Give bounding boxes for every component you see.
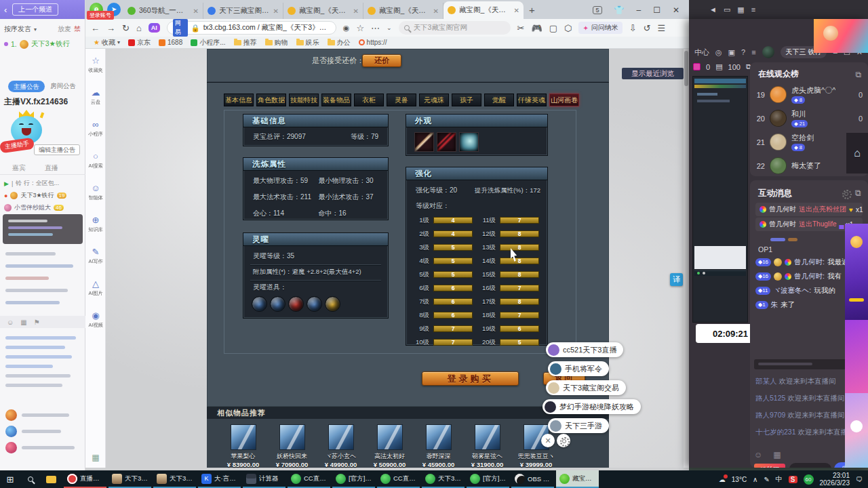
browser-tab[interactable]: 藏宝阁_《天下3》交...✕ (363, 3, 443, 19)
ai-nami-button[interactable]: ✦ 问问纳米 (578, 22, 622, 34)
lingyao-item-icon[interactable] (307, 296, 322, 312)
file-explorer-icon[interactable] (41, 470, 61, 488)
shortcut-chip[interactable]: 梦幻手游秘境降妖攻略 (542, 399, 641, 414)
page-scrollbar[interactable] (684, 49, 689, 468)
appearance-item-icon[interactable] (414, 132, 434, 152)
taskbar-search-icon[interactable] (20, 470, 41, 488)
show-recent-button[interactable]: 显示最近浏览 (622, 68, 684, 79)
sidebar-item-云盘[interactable]: ☁云盘 (85, 87, 106, 106)
page-tab-觉醒[interactable]: 觉醒 (484, 94, 514, 106)
bookmark-item[interactable]: 京东 (125, 38, 153, 47)
gear-icon[interactable] (839, 186, 852, 200)
tab-close-icon[interactable]: ✕ (193, 7, 199, 15)
speaker-icon[interactable]: ◄ (709, 5, 717, 14)
fan-club-badge[interactable]: 粉丝团 (754, 464, 785, 468)
mic-off-button[interactable]: 禁 (74, 24, 81, 34)
home-icon[interactable]: ⌂ (136, 23, 142, 33)
back-icon[interactable]: ‹ (4, 5, 7, 15)
chips-settings-icon[interactable] (557, 434, 570, 447)
sidebar-item-知识库[interactable]: ⊕知识库 (85, 215, 106, 233)
page-tab-基本信息[interactable]: 基本信息 (224, 94, 254, 106)
phone-icon[interactable]: ▭ (724, 5, 730, 14)
page-tab-仟缘英魂[interactable]: 仟缘英魂 (517, 94, 547, 106)
similar-item-card[interactable]: 妖桥快回来¥ 70900.00 (271, 424, 313, 468)
taskbar-item[interactable]: 计算器 (243, 470, 285, 488)
live-center-label[interactable]: 中心 (694, 47, 709, 58)
tab-close-icon[interactable]: ✕ (353, 7, 359, 15)
ai-assistant-icon[interactable]: AI (149, 23, 160, 33)
bookmark-item[interactable]: 1688 (156, 39, 185, 46)
screen-preview[interactable] (692, 76, 748, 323)
shortcut-chip[interactable]: 手机将军令 (548, 361, 609, 376)
room-title-row[interactable]: 铃 行：全区包... (16, 179, 59, 188)
taskbar-item[interactable]: 天下3 [天... (153, 470, 196, 488)
browser-tab[interactable]: 藏宝阁_《天下3》交...✕ (443, 1, 524, 19)
nav-forward-icon[interactable]: → (106, 23, 115, 33)
shortcut-chip[interactable]: 天下三手游 (548, 418, 609, 433)
more-icon[interactable]: ⋯ (371, 23, 380, 33)
chat-input[interactable] (789, 463, 831, 468)
taskbar-item[interactable]: [官方]天下... (467, 470, 509, 488)
minimize-icon[interactable]: – (636, 5, 641, 15)
sidebar-item-智能体[interactable]: ☺智能体 (85, 183, 106, 201)
lingyao-item-icon[interactable] (288, 296, 304, 312)
bookmark-item[interactable]: 推荐 (231, 38, 260, 47)
taskbar-item[interactable]: CC直播 3.2... (288, 470, 330, 488)
message-icon[interactable]: ▣ (728, 48, 735, 57)
login-buy-button[interactable]: 登录购买 (422, 371, 519, 386)
ime-indicator[interactable]: 中 (776, 474, 783, 484)
taskbar-item[interactable]: 藏宝阁_《... (556, 470, 599, 488)
refresh-icon[interactable]: ↻ (122, 23, 130, 33)
weather-icon[interactable]: ☁ (719, 476, 726, 483)
menu-icon[interactable]: ≡ (751, 48, 755, 56)
taskbar-item[interactable]: 直播伴侣 (64, 470, 106, 488)
temperature[interactable]: 13°C (732, 476, 747, 483)
taskbar-item[interactable]: CC直播 3.2... (377, 470, 420, 488)
tab-guest[interactable]: 嘉宾 (12, 163, 26, 173)
eye-icon[interactable]: ◎ (715, 48, 722, 57)
sidebar-more-icon[interactable]: ▦ (85, 453, 106, 462)
bookmark-item[interactable]: 办公 (325, 38, 353, 47)
emoji-icon[interactable]: ☺ (754, 450, 762, 460)
tab-close-icon[interactable]: ✕ (433, 7, 439, 15)
lingyao-item-icon[interactable] (252, 296, 267, 312)
bookmark-item[interactable]: https:// (356, 39, 390, 46)
clock[interactable]: 23:01 2026/3/23 (820, 472, 850, 487)
security-ring-icon[interactable]: 60 (804, 474, 814, 485)
theme-skin-icon[interactable]: 👕 (614, 5, 625, 15)
page-tab-元魂珠[interactable]: 元魂珠 (419, 94, 449, 106)
grid-icon[interactable]: ▦ (737, 5, 744, 14)
window-icon[interactable]: ▢ (549, 23, 557, 33)
similar-item-card[interactable]: 高法太初好¥ 50900.00 (368, 424, 411, 468)
close-icon[interactable]: ✕ (673, 5, 679, 15)
browser-tab[interactable]: 藏宝阁_《天下3》交...✕ (283, 3, 363, 19)
nav-back-icon[interactable]: ← (91, 23, 100, 33)
taskbar-item[interactable]: K大·言不由... (198, 470, 241, 488)
emoji-icon[interactable]: ☺ (7, 319, 14, 326)
chat-toolbar[interactable]: ☺▦⚑ (0, 316, 85, 328)
scissors-icon[interactable]: ✂ (517, 23, 525, 33)
page-tab-技能特技[interactable]: 技能特技 (289, 94, 319, 106)
history-icon[interactable]: ↺ (644, 23, 651, 33)
speak-order-dropdown[interactable]: 按序发言 (4, 24, 31, 34)
lingyao-item-icon[interactable] (270, 296, 285, 312)
page-tab-角色数据[interactable]: 角色数据 (256, 94, 286, 106)
profile-badge[interactable]: 5 (593, 6, 601, 14)
extensions-icon[interactable]: ⬡ (564, 23, 572, 33)
lingyao-item-icon[interactable] (325, 296, 340, 312)
viewer-row[interactable]: 19虎头虎脑^〇^◆ 80 (750, 83, 868, 106)
search-input[interactable]: 天下3藏宝阁官网 (399, 21, 511, 35)
taskbar-item[interactable]: [官方]天下... (332, 470, 375, 488)
tab-close-icon[interactable]: ✕ (514, 7, 519, 14)
collapse-icon[interactable]: ⌄ (387, 24, 392, 31)
page-tab-装备物品[interactable]: 装备物品 (321, 94, 351, 106)
pen-icon[interactable]: ✎ (764, 476, 769, 483)
taskbar-item[interactable]: 天下3 [天... (108, 470, 151, 488)
mic-on-button[interactable]: 放麦 (58, 24, 71, 34)
page-tab-孩子[interactable]: 孩子 (452, 94, 481, 106)
edit-announcement-button[interactable]: 编辑主播公告 (34, 144, 80, 155)
similar-item-card[interactable]: 蓉野深深¥ 45900.00 (417, 424, 460, 468)
sidebar-item-AI写作[interactable]: ✎AI写作 (85, 247, 106, 265)
bookmark-star-icon[interactable]: ☆ (356, 23, 364, 33)
viewer-row[interactable]: 20和川◆ 210 (750, 106, 868, 130)
